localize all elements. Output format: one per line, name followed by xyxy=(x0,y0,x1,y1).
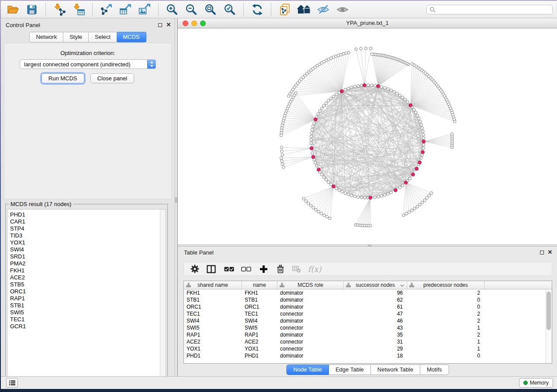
table-row[interactable]: ACE2ACE2connector311 xyxy=(184,338,552,345)
table-scrollbar-thumb[interactable] xyxy=(547,292,551,330)
table-row[interactable]: SWI4SWI4dominator462 xyxy=(184,317,552,324)
optimization-criterion-dropdown[interactable]: largest connected component (undirected) xyxy=(20,59,156,69)
deselect-all-button[interactable] xyxy=(237,263,255,275)
panel-layout-icon xyxy=(207,265,216,273)
import-table-icon xyxy=(72,3,85,16)
delete-table-button[interactable] xyxy=(289,263,304,275)
panel-layout-button[interactable] xyxy=(201,263,221,275)
tab-network-table[interactable]: Network Table xyxy=(371,364,420,375)
tab-edge-table[interactable]: Edge Table xyxy=(329,364,371,375)
mcds-result-item[interactable]: STB5 xyxy=(10,281,166,288)
save-session-button[interactable] xyxy=(24,2,39,17)
network-title: YPA_prune.txt_1 xyxy=(346,20,388,26)
open-file-button[interactable] xyxy=(5,2,20,17)
table-row[interactable]: STB1STB1dominator620 xyxy=(184,296,552,303)
refresh-button[interactable] xyxy=(250,2,265,17)
mcds-result-item[interactable]: TID3 xyxy=(10,232,166,239)
mcds-result-item[interactable]: PHD1 xyxy=(10,211,166,218)
import-network-button[interactable] xyxy=(52,2,67,17)
zoom-selected-button[interactable] xyxy=(222,2,237,17)
delete-column-button[interactable] xyxy=(272,263,289,275)
table-panel-float-button[interactable] xyxy=(539,250,544,255)
column-header-MCDS-role[interactable]: MCDS role xyxy=(277,281,344,289)
table-header: shared namenameMCDS rolesuccessor nodesp… xyxy=(184,281,552,289)
mcds-result-item[interactable]: CAR1 xyxy=(10,218,166,225)
float-panel-button[interactable] xyxy=(157,22,163,28)
mcds-result-item[interactable]: ORC1 xyxy=(10,288,166,295)
table-row[interactable]: PHD1PHD1dominator180 xyxy=(184,352,552,359)
add-column-button[interactable] xyxy=(255,263,272,275)
tab-mcds[interactable]: MCDS xyxy=(117,32,146,42)
tab-motifs[interactable]: Motifs xyxy=(420,364,449,375)
zoom-in-button[interactable] xyxy=(165,2,180,17)
network-window-titlebar[interactable]: YPA_prune.txt_1 xyxy=(178,18,557,28)
zoom-in-icon xyxy=(166,3,179,16)
zoom-fit-button[interactable] xyxy=(203,2,218,17)
network-canvas[interactable] xyxy=(178,29,557,244)
hide-selected-button[interactable] xyxy=(316,2,331,17)
column-header-successor-nodes[interactable]: successor nodes xyxy=(344,281,407,289)
export-table-button[interactable] xyxy=(118,2,133,17)
close-window-icon[interactable] xyxy=(183,21,188,26)
mcds-list-scrollbar[interactable] xyxy=(160,210,166,382)
tree-icon xyxy=(346,283,351,287)
select-all-button[interactable] xyxy=(221,263,237,275)
mcds-result-item[interactable]: STP4 xyxy=(10,225,166,232)
table-row[interactable]: TEC1TEC1connector472 xyxy=(184,310,552,317)
first-neighbors-button[interactable] xyxy=(297,2,311,17)
run-mcds-button[interactable]: Run MCDS xyxy=(42,73,84,83)
mcds-result-item[interactable]: YOX1 xyxy=(10,239,166,246)
task-history-button[interactable] xyxy=(6,378,18,388)
memory-button[interactable]: Memory xyxy=(519,378,553,388)
close-panel-button-mcds[interactable]: Close panel xyxy=(90,73,135,83)
mcds-result-item[interactable]: SWI4 xyxy=(10,246,166,253)
tab-select[interactable]: Select xyxy=(89,32,117,42)
table-row[interactable]: FKH1FKH1dominator962 xyxy=(184,289,552,296)
minimize-window-icon[interactable] xyxy=(191,21,197,26)
search-box[interactable] xyxy=(426,5,553,14)
table-row[interactable]: YOX1YOX1connector291 xyxy=(184,345,552,352)
mcds-result-item[interactable]: SRD1 xyxy=(10,253,166,260)
splitter-handle[interactable] xyxy=(175,197,177,203)
mcds-result-item[interactable]: RAP1 xyxy=(10,295,166,302)
tab-node-table[interactable]: Node Table xyxy=(286,364,329,375)
close-panel-button[interactable]: ✕ xyxy=(166,22,171,28)
zoom-out-icon xyxy=(185,3,198,16)
show-all-button[interactable] xyxy=(335,2,350,17)
dropdown-stepper-icon[interactable] xyxy=(147,59,156,69)
mcds-result-item[interactable]: FKH1 xyxy=(10,267,166,274)
trash-icon xyxy=(276,265,285,274)
mcds-result-item[interactable]: PMA2 xyxy=(10,260,166,267)
tab-style[interactable]: Style xyxy=(63,32,89,42)
function-builder-button[interactable]: f(x) xyxy=(304,263,325,275)
tab-network[interactable]: Network xyxy=(29,32,63,42)
zoom-out-button[interactable] xyxy=(184,2,199,17)
clone-network-icon xyxy=(278,3,291,16)
column-settings-button[interactable] xyxy=(188,263,201,275)
horizontal-splitter-handle[interactable] xyxy=(368,245,371,246)
table-panel-close-button[interactable]: ✕ xyxy=(547,250,553,255)
table-row[interactable]: SWI5SWI5connector431 xyxy=(184,324,552,331)
import-table-button[interactable] xyxy=(71,2,86,17)
export-image-button[interactable] xyxy=(137,2,152,17)
mcds-result-item[interactable]: GCR1 xyxy=(10,323,166,330)
column-header-predecessor-nodes[interactable]: predecessor nodes xyxy=(407,281,484,289)
column-header-name[interactable]: name xyxy=(242,281,277,289)
mcds-result-item[interactable]: SWI5 xyxy=(10,309,166,316)
table-panel: Table Panel ✕ f(x) shared namenameMCDS r… xyxy=(178,247,557,376)
mcds-result-list[interactable]: PHD1CAR1STP4TID3YOX1SWI4SRD1PMA2FKH1ACE2… xyxy=(7,209,166,382)
clone-network-button[interactable] xyxy=(277,2,292,17)
search-input[interactable] xyxy=(437,7,550,13)
mcds-result-item[interactable]: STB1 xyxy=(10,302,166,309)
table-scrollbar[interactable] xyxy=(546,289,552,363)
column-header-shared-name[interactable]: shared name xyxy=(184,281,242,289)
export-network-button[interactable] xyxy=(99,2,114,17)
mcds-result-item[interactable]: TEC1 xyxy=(10,316,166,323)
import-network-icon xyxy=(53,3,66,16)
table-row[interactable]: ORC1ORC1dominator610 xyxy=(184,303,552,310)
table-row[interactable]: RAP1RAP1dominator352 xyxy=(184,331,552,338)
maximize-window-icon[interactable] xyxy=(200,21,206,26)
mcds-result-item[interactable]: ACE2 xyxy=(10,274,166,281)
eye-icon xyxy=(336,3,349,16)
memory-label: Memory xyxy=(530,380,549,386)
